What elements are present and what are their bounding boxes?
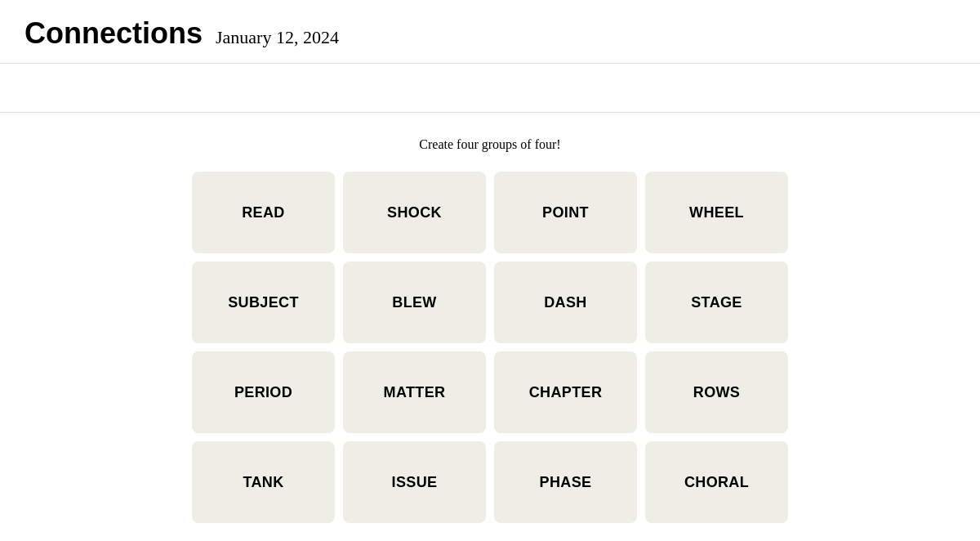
word-tile[interactable]: SHOCK bbox=[343, 172, 486, 253]
instruction-text: Create four groups of four! bbox=[419, 137, 560, 152]
word-tile-label: TANK bbox=[243, 474, 283, 491]
page-date: January 12, 2024 bbox=[216, 27, 339, 48]
word-tile-label: SHOCK bbox=[387, 204, 442, 221]
word-tile[interactable]: READ bbox=[192, 172, 335, 253]
word-tile-label: POINT bbox=[542, 204, 589, 221]
word-tile[interactable]: WHEEL bbox=[645, 172, 788, 253]
word-tile[interactable]: ROWS bbox=[645, 351, 788, 433]
word-tile[interactable]: PERIOD bbox=[192, 351, 335, 433]
word-tile-label: STAGE bbox=[691, 294, 742, 311]
word-tile[interactable]: MATTER bbox=[343, 351, 486, 433]
word-tile[interactable]: CHAPTER bbox=[494, 351, 637, 433]
word-tile[interactable]: SUBJECT bbox=[192, 262, 335, 343]
word-tile[interactable]: DASH bbox=[494, 262, 637, 343]
word-tile-label: CHORAL bbox=[684, 474, 749, 491]
main-content: Create four groups of four! READSHOCKPOI… bbox=[0, 113, 980, 541]
word-tile-label: BLEW bbox=[392, 294, 436, 311]
header: Connections January 12, 2024 bbox=[0, 0, 980, 64]
word-tile[interactable]: BLEW bbox=[343, 262, 486, 343]
word-tile-label: SUBJECT bbox=[228, 294, 299, 311]
word-tile-label: ROWS bbox=[693, 384, 740, 401]
word-tile-label: CHAPTER bbox=[529, 384, 603, 401]
word-tile-label: WHEEL bbox=[689, 204, 744, 221]
word-tile[interactable]: TANK bbox=[192, 441, 335, 523]
word-tile-label: MATTER bbox=[384, 384, 446, 401]
word-tile-label: PHASE bbox=[540, 474, 592, 491]
word-tile[interactable]: ISSUE bbox=[343, 441, 486, 523]
word-tile-label: ISSUE bbox=[392, 474, 438, 491]
word-tile-label: READ bbox=[242, 204, 284, 221]
word-tile-label: DASH bbox=[544, 294, 586, 311]
word-tile[interactable]: PHASE bbox=[494, 441, 637, 523]
word-grid: READSHOCKPOINTWHEELSUBJECTBLEWDASHSTAGEP… bbox=[192, 172, 788, 523]
word-tile[interactable]: POINT bbox=[494, 172, 637, 253]
top-bar bbox=[0, 64, 980, 113]
word-tile[interactable]: STAGE bbox=[645, 262, 788, 343]
word-tile[interactable]: CHORAL bbox=[645, 441, 788, 523]
page-title: Connections bbox=[24, 16, 203, 51]
word-tile-label: PERIOD bbox=[234, 384, 292, 401]
